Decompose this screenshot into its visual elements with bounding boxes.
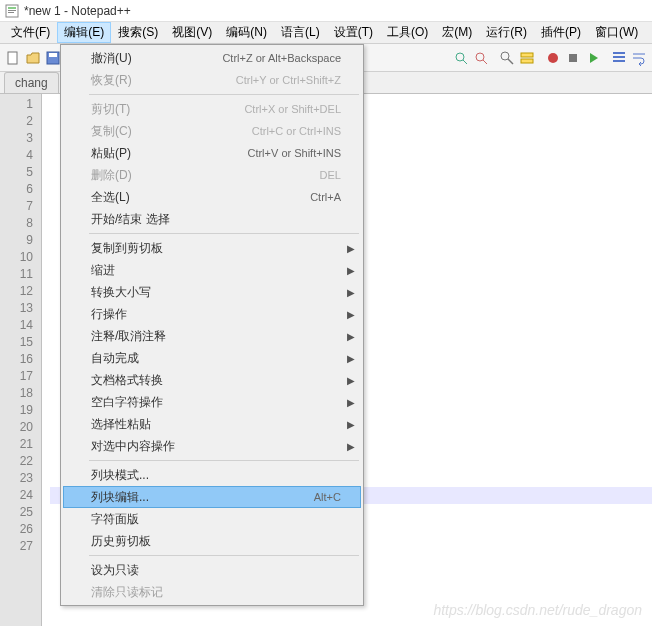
menu-shortcut: Ctrl+V or Shift+INS xyxy=(247,147,341,159)
file-tab[interactable]: chang xyxy=(4,72,59,93)
menu-item-label: 全选(L) xyxy=(91,189,310,206)
line-number: 9 xyxy=(0,232,33,249)
macro-play-button[interactable] xyxy=(584,47,602,69)
menu-item[interactable]: 全选(L)Ctrl+A xyxy=(63,186,361,208)
tab-label: chang xyxy=(15,76,48,90)
line-number: 12 xyxy=(0,283,33,300)
menu-item[interactable]: 搜索(S) xyxy=(111,22,165,43)
menu-item-label: 缩进 xyxy=(91,262,341,279)
line-number: 27 xyxy=(0,538,33,555)
menu-item-label: 清除只读标记 xyxy=(91,584,341,601)
menu-item[interactable]: 字符面版 xyxy=(63,508,361,530)
line-number: 18 xyxy=(0,385,33,402)
macro-stop-button[interactable] xyxy=(564,47,582,69)
new-file-button[interactable] xyxy=(4,47,22,69)
svg-rect-3 xyxy=(8,12,14,13)
menu-item[interactable]: 开始/结束 选择 xyxy=(63,208,361,230)
svg-point-19 xyxy=(548,53,558,63)
menu-item[interactable]: 编码(N) xyxy=(219,22,274,43)
menu-item[interactable]: 列块编辑...Alt+C xyxy=(63,486,361,508)
menu-item[interactable]: 空白字符操作▶ xyxy=(63,391,361,413)
watermark: https://blog.csdn.net/rude_dragon xyxy=(433,602,642,618)
menu-item[interactable]: 注释/取消注释▶ xyxy=(63,325,361,347)
macro-record-button[interactable] xyxy=(544,47,562,69)
menu-item[interactable]: 对选中内容操作▶ xyxy=(63,435,361,457)
menu-item-label: 行操作 xyxy=(91,306,341,323)
indent-button[interactable] xyxy=(610,47,628,69)
menu-item[interactable]: 编辑(E) xyxy=(57,22,111,43)
menu-item[interactable]: 宏(M) xyxy=(435,22,479,43)
menu-item[interactable]: 窗口(W) xyxy=(588,22,645,43)
svg-point-16 xyxy=(501,52,509,60)
find-button[interactable] xyxy=(498,47,516,69)
menu-item[interactable]: 复制到剪切板▶ xyxy=(63,237,361,259)
menu-item[interactable]: 撤消(U)Ctrl+Z or Alt+Backspace xyxy=(63,47,361,69)
replace-button[interactable] xyxy=(518,47,536,69)
zoom-out-button[interactable] xyxy=(472,47,490,69)
menu-item: 复制(C)Ctrl+C or Ctrl+INS xyxy=(63,120,361,142)
menu-item-label: 开始/结束 选择 xyxy=(91,211,341,228)
svg-rect-18 xyxy=(521,59,533,63)
menu-item-label: 撤消(U) xyxy=(91,50,222,67)
zoom-in-button[interactable] xyxy=(452,47,470,69)
menu-item-label: 对选中内容操作 xyxy=(91,438,341,455)
svg-rect-20 xyxy=(569,54,577,62)
line-number: 10 xyxy=(0,249,33,266)
line-number: 11 xyxy=(0,266,33,283)
menu-item[interactable]: 行操作▶ xyxy=(63,303,361,325)
menu-item[interactable]: 文档格式转换▶ xyxy=(63,369,361,391)
menu-shortcut: DEL xyxy=(320,169,341,181)
submenu-arrow-icon: ▶ xyxy=(347,265,355,276)
menu-item[interactable]: 视图(V) xyxy=(165,22,219,43)
svg-rect-1 xyxy=(8,7,16,9)
menu-item-label: 列块编辑... xyxy=(91,489,314,506)
menu-item[interactable]: 插件(P) xyxy=(534,22,588,43)
svg-point-15 xyxy=(476,53,484,61)
menu-item-label: 空白字符操作 xyxy=(91,394,341,411)
menu-shortcut: Ctrl+Z or Alt+Backspace xyxy=(222,52,341,64)
open-file-button[interactable] xyxy=(24,47,42,69)
svg-rect-6 xyxy=(49,53,57,57)
line-number: 21 xyxy=(0,436,33,453)
menu-item-label: 恢复(R) xyxy=(91,72,236,89)
menu-item-label: 复制(C) xyxy=(91,123,252,140)
menu-item[interactable]: 运行(R) xyxy=(479,22,534,43)
menu-item: 恢复(R)Ctrl+Y or Ctrl+Shift+Z xyxy=(63,69,361,91)
menu-item[interactable]: 选择性粘贴▶ xyxy=(63,413,361,435)
menu-item[interactable]: 工具(O) xyxy=(380,22,435,43)
line-number: 6 xyxy=(0,181,33,198)
submenu-arrow-icon: ▶ xyxy=(347,419,355,430)
menu-item[interactable]: 列块模式... xyxy=(63,464,361,486)
menu-item[interactable]: 转换大小写▶ xyxy=(63,281,361,303)
line-number: 8 xyxy=(0,215,33,232)
menu-item-label: 删除(D) xyxy=(91,167,320,184)
menu-item[interactable]: 缩进▶ xyxy=(63,259,361,281)
line-number: 4 xyxy=(0,147,33,164)
svg-rect-4 xyxy=(8,52,17,64)
menu-item[interactable]: 粘贴(P)Ctrl+V or Shift+INS xyxy=(63,142,361,164)
line-number: 23 xyxy=(0,470,33,487)
submenu-arrow-icon: ▶ xyxy=(347,441,355,452)
menu-item[interactable]: 设为只读 xyxy=(63,559,361,581)
menu-item[interactable]: 文件(F) xyxy=(4,22,57,43)
menubar: 文件(F)编辑(E)搜索(S)视图(V)编码(N)语言(L)设置(T)工具(O)… xyxy=(0,22,652,44)
submenu-arrow-icon: ▶ xyxy=(347,353,355,364)
menu-separator xyxy=(89,555,359,556)
line-number: 26 xyxy=(0,521,33,538)
menu-item[interactable]: 历史剪切板 xyxy=(63,530,361,552)
submenu-arrow-icon: ▶ xyxy=(347,243,355,254)
line-number: 14 xyxy=(0,317,33,334)
line-number: 2 xyxy=(0,113,33,130)
menu-item[interactable]: 设置(T) xyxy=(327,22,380,43)
line-number: 24 xyxy=(0,487,33,504)
line-number: 7 xyxy=(0,198,33,215)
wrap-button[interactable] xyxy=(630,47,648,69)
menu-item[interactable]: 自动完成▶ xyxy=(63,347,361,369)
menu-item-label: 历史剪切板 xyxy=(91,533,341,550)
menu-item-label: 剪切(T) xyxy=(91,101,244,118)
menu-item[interactable]: 语言(L) xyxy=(274,22,327,43)
menu-item: 剪切(T)Ctrl+X or Shift+DEL xyxy=(63,98,361,120)
menu-item-label: 列块模式... xyxy=(91,467,341,484)
menu-separator xyxy=(89,460,359,461)
line-number: 3 xyxy=(0,130,33,147)
